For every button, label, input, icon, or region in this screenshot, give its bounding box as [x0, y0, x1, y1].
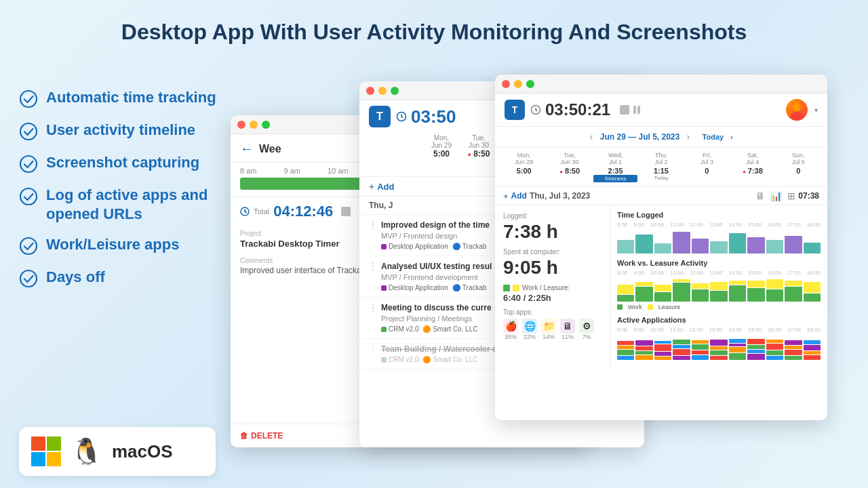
task-icons: 🖥 📊 ⊞	[755, 190, 795, 201]
work-leisure-legend: Work Leasure	[617, 304, 821, 310]
logged-value: 7:38 h	[503, 221, 601, 243]
svg-point-3	[20, 188, 37, 205]
w3-col-mon[interactable]: Mon,Jun 29 5:00	[502, 152, 546, 182]
back-button[interactable]: ←	[240, 141, 254, 157]
task-time-display: 07:38	[798, 191, 819, 201]
stop-button[interactable]	[341, 207, 351, 216]
linux-icon: 🐧	[71, 436, 102, 466]
feature-screenshot: Screenshot capturing	[19, 153, 229, 174]
feature-days-off: Days off	[19, 268, 229, 288]
os-label: macOS	[112, 441, 173, 462]
spent-stat: Spent at computer: 9:05 h	[503, 248, 601, 279]
minimize-btn-1[interactable]	[250, 121, 258, 129]
drag-handle-4: ⋮	[369, 344, 377, 354]
work-leisure-bars	[617, 277, 821, 302]
work-leisure-value: 6:40 / 2:25h	[503, 293, 601, 303]
active-apps-chart: Active Applications 8:009:0010:0011:0012…	[617, 316, 821, 360]
app-3: 📁 14%	[541, 319, 556, 340]
w2-day-tue[interactable]: Tue, Jun 30 ● 8:50	[460, 131, 497, 171]
w3-add-row[interactable]: + Add Thu, Jul 3, 2023 🖥 📊 ⊞ 07:38	[495, 187, 827, 205]
clock-icon	[240, 207, 250, 216]
windows-yellow-quad	[47, 452, 61, 466]
stop-btn-3[interactable]	[620, 105, 629, 115]
svg-point-1	[20, 123, 37, 140]
next-week-btn[interactable]: ›	[686, 131, 690, 143]
check-circle-icon-3	[19, 155, 38, 174]
work-leisure-legend: Work / Leasure:	[522, 284, 570, 291]
total-time-value: 04:12:46	[273, 203, 333, 220]
right-charts: Time Logged 8:009:0010:0011:0012:0013:00…	[610, 205, 827, 371]
pause-btn-3[interactable]	[631, 105, 642, 115]
prev-week-btn[interactable]: ‹	[590, 131, 593, 143]
add-icon: +	[369, 181, 374, 192]
w3-week-grid: Mon,Jun 29 5:00 Tue,Jun 30 ● 8:50 Wed,Ju…	[495, 148, 827, 187]
stats-area: Logged: 7:38 h Spent at computer: 9:05 h…	[495, 205, 827, 371]
feature-auto-time: Automatic time tracking	[19, 88, 229, 108]
check-circle-icon-5	[19, 237, 38, 256]
app-4: 🖥 11%	[560, 319, 575, 340]
analytics-window: T 03:50:21 ▾ ‹ Jun 29 — Jul 5, 2023	[495, 75, 827, 420]
check-circle-icon-4	[19, 187, 38, 206]
svg-point-2	[20, 156, 37, 172]
w3-timer-display: 03:50:21	[530, 100, 781, 119]
top-apps-stat: Top apps: 🍎 35% 🌐 22% 📁 14%	[503, 308, 601, 340]
check-circle-icon-2	[19, 122, 38, 141]
close-btn-1[interactable]	[237, 121, 245, 129]
work-leisure-chart: Work vs. Leasure Activity 8:009:0010:001…	[617, 259, 821, 310]
time-8am: 8 am	[240, 167, 256, 175]
delete-button[interactable]: 🗑 DELETE	[240, 431, 283, 441]
maximize-btn-1[interactable]	[262, 121, 270, 129]
w3-col-tue[interactable]: Tue,Jun 30 ● 8:50	[547, 152, 591, 182]
left-stats: Logged: 7:38 h Spent at computer: 9:05 h…	[495, 205, 610, 371]
w3-col-thu[interactable]: Thu,Jul 2 1:15 Today	[639, 152, 683, 182]
svg-point-5	[20, 270, 37, 287]
feature-user-activity: User activity timeline	[19, 121, 229, 141]
close-btn-2[interactable]	[366, 87, 374, 95]
page-title: Desktop App With User Activity Monitorin…	[0, 0, 868, 57]
drag-handle-1: ⋮	[369, 220, 377, 230]
today-indicator: Today	[639, 175, 683, 181]
app-2: 🌐 22%	[522, 319, 537, 340]
check-circle-icon-6	[19, 269, 38, 288]
add-text-3: Add	[511, 191, 527, 201]
svg-point-4	[20, 238, 37, 254]
feature-work-leisure: Work/Leisure apps	[19, 235, 229, 256]
task-date-label: Thu, Jul 3, 2023	[530, 191, 753, 201]
maximize-btn-3[interactable]	[526, 80, 534, 88]
monitor-icon: 🖥	[755, 190, 765, 201]
w3-col-fri[interactable]: Fri,Jul 3 0	[685, 152, 729, 182]
add-text: Add	[377, 182, 394, 192]
app-1: 🍎 35%	[503, 319, 518, 340]
time-logged-chart: Time Logged 8:009:0010:0011:0012:0013:00…	[617, 211, 821, 253]
timer-icon-2	[396, 111, 407, 122]
minimize-btn-2[interactable]	[378, 87, 387, 95]
time-logged-bars	[617, 229, 821, 253]
w2-day-mon[interactable]: Mon, Jun 29 5:00	[422, 131, 460, 171]
svg-point-9	[793, 103, 801, 111]
user-avatar	[786, 99, 808, 121]
add-icon-3: +	[503, 191, 509, 201]
check-circle-icon	[19, 89, 38, 108]
close-btn-3[interactable]	[502, 80, 510, 88]
time-10am: 10 am	[328, 167, 349, 175]
active-apps-bars	[617, 334, 821, 360]
today-btn[interactable]: Today	[703, 133, 724, 141]
minimize-btn-3[interactable]	[514, 80, 522, 88]
maximize-btn-2[interactable]	[391, 87, 399, 95]
windows-green-quad	[47, 436, 61, 451]
avatar-dropdown[interactable]: ▾	[814, 106, 818, 114]
w3-col-wed[interactable]: Wed,Jul 1 2:35 Sickness	[593, 152, 637, 182]
w1-week-label: Wee	[259, 143, 281, 155]
time-9am: 9 am	[283, 167, 300, 175]
total-label: Total	[254, 207, 269, 216]
timer-controls	[620, 105, 642, 115]
w3-col-sat[interactable]: Sat,Jul 4 ● 7:38	[730, 152, 774, 182]
titlebar-3	[495, 75, 827, 94]
w3-col-sun[interactable]: Sun,Jul 5 0	[776, 152, 821, 182]
w3-date-nav: ‹ Jun 29 — Jul 5, 2023 › Today ›	[495, 127, 827, 148]
w2-timer-display: 03:50	[396, 106, 456, 127]
sickness-badge-3: Sickness	[593, 175, 637, 182]
app-logo-2: T	[369, 106, 391, 127]
windows-red-quad	[31, 436, 45, 451]
grid-icon: ⊞	[787, 190, 795, 201]
